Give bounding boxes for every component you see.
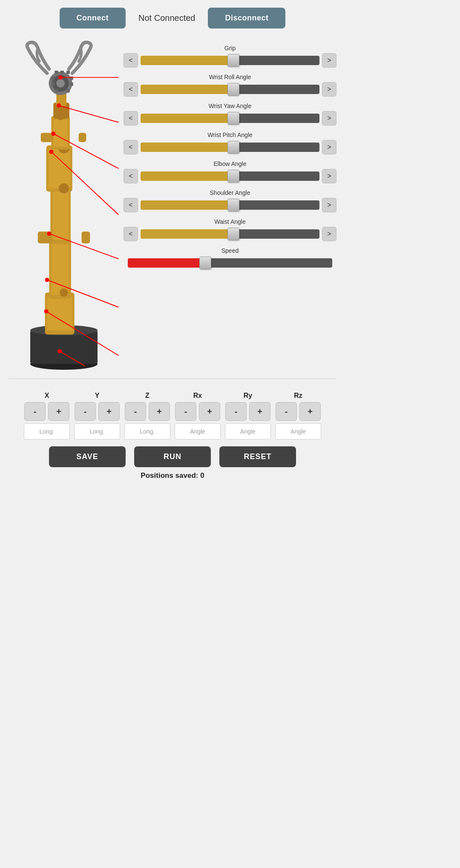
elbow-track-wrapper[interactable] [141, 169, 319, 183]
rz-minus-button[interactable]: - [276, 402, 297, 421]
elbow-decrease-button[interactable]: < [124, 169, 138, 183]
wrist-yaw-track-wrapper[interactable] [141, 111, 319, 126]
svg-rect-18 [53, 120, 68, 147]
svg-rect-28 [55, 71, 58, 74]
shoulder-thumb[interactable] [227, 199, 239, 211]
waist-decrease-button[interactable]: < [124, 227, 138, 241]
disconnect-button[interactable]: Disconnect [208, 8, 285, 29]
shoulder-label: Shoulder Angle [124, 189, 336, 196]
rx-value-display: Angle [175, 423, 221, 440]
svg-rect-33 [66, 89, 70, 93]
x-value-display: Long. [24, 423, 70, 440]
svg-rect-35 [51, 83, 55, 86]
wrist-roll-increase-button[interactable]: > [322, 82, 336, 97]
grip-slider-row: < > [124, 53, 336, 68]
robot-arm-svg [9, 40, 119, 372]
connect-button[interactable]: Connect [60, 8, 126, 29]
wrist-pitch-thumb[interactable] [227, 141, 239, 154]
svg-rect-34 [51, 77, 55, 80]
wrist-pitch-track-wrapper[interactable] [141, 140, 319, 154]
elbow-thumb[interactable] [227, 170, 239, 183]
svg-point-40 [57, 103, 61, 108]
wrist-yaw-increase-button[interactable]: > [322, 111, 336, 126]
axis-controls: X - + Long. Y - + Long. Z - + Long. [9, 392, 336, 440]
axis-buttons-y: - + [75, 402, 120, 421]
wrist-roll-thumb[interactable] [227, 83, 239, 96]
wrist-roll-label: Wrist Roll Angle [124, 74, 336, 80]
wrist-pitch-decrease-button[interactable]: < [124, 140, 138, 154]
axis-buttons-rz: - + [276, 402, 321, 421]
wrist-yaw-decrease-button[interactable]: < [124, 111, 138, 126]
elbow-slider-row: < > [124, 169, 336, 183]
svg-point-44 [49, 150, 53, 154]
svg-point-7 [60, 288, 68, 297]
svg-point-50 [44, 309, 49, 314]
x-minus-button[interactable]: - [24, 402, 46, 421]
svg-rect-19 [41, 133, 53, 142]
svg-point-46 [47, 231, 52, 236]
wrist-roll-slider-row: < > [124, 82, 336, 97]
svg-rect-20 [79, 133, 86, 142]
shoulder-decrease-button[interactable]: < [124, 198, 138, 212]
svg-point-42 [51, 131, 55, 136]
z-minus-button[interactable]: - [125, 402, 146, 421]
elbow-track [141, 171, 319, 181]
ry-plus-button[interactable]: + [249, 402, 270, 421]
axis-group-rz: Rz - + Angle [275, 392, 321, 440]
robot-arm-container [9, 40, 119, 374]
y-plus-button[interactable]: + [98, 402, 120, 421]
speed-thumb[interactable] [199, 257, 211, 269]
rz-plus-button[interactable]: + [299, 402, 321, 421]
rx-plus-button[interactable]: + [199, 402, 220, 421]
axis-buttons-ry: - + [225, 402, 270, 421]
svg-rect-32 [70, 83, 73, 86]
grip-thumb[interactable] [227, 54, 239, 67]
wrist-pitch-slider-row: < > [124, 140, 336, 154]
wrist-roll-slider-group: Wrist Roll Angle < > [124, 74, 336, 97]
axis-label-y: Y [95, 392, 100, 400]
shoulder-track-wrapper[interactable] [141, 198, 319, 212]
axis-group-rx: Rx - + Angle [175, 392, 221, 440]
axis-group-x: X - + Long. [24, 392, 70, 440]
x-plus-button[interactable]: + [48, 402, 69, 421]
waist-track [141, 229, 319, 239]
save-button[interactable]: SAVE [49, 446, 126, 467]
wrist-roll-track-wrapper[interactable] [141, 82, 319, 97]
wrist-pitch-track [141, 143, 319, 152]
speed-track-wrapper[interactable] [128, 256, 332, 270]
ry-minus-button[interactable]: - [225, 402, 247, 421]
elbow-increase-button[interactable]: > [322, 169, 336, 183]
wrist-pitch-label: Wrist Pitch Angle [124, 131, 336, 138]
wrist-yaw-thumb[interactable] [227, 112, 239, 125]
waist-thumb[interactable] [227, 228, 239, 240]
sliders-panel: Grip < > Wrist Roll Angle < [124, 40, 336, 374]
header: Connect Not Connected Disconnect [0, 0, 345, 36]
axis-label-rx: Rx [193, 392, 202, 400]
reset-button[interactable]: RESET [219, 446, 296, 467]
grip-decrease-button[interactable]: < [124, 53, 138, 68]
svg-point-15 [59, 183, 69, 194]
axis-group-ry: Ry - + Angle [225, 392, 271, 440]
wrist-pitch-increase-button[interactable]: > [322, 140, 336, 154]
shoulder-increase-button[interactable]: > [322, 198, 336, 212]
waist-increase-button[interactable]: > [322, 227, 336, 241]
rx-minus-button[interactable]: - [175, 402, 196, 421]
shoulder-slider-row: < > [124, 198, 336, 212]
grip-increase-button[interactable]: > [322, 53, 336, 68]
svg-rect-10 [52, 191, 69, 240]
wrist-yaw-label: Wrist Yaw Angle [124, 103, 336, 109]
waist-slider-row: < > [124, 227, 336, 241]
controls-section: X - + Long. Y - + Long. Z - + Long. [0, 383, 345, 488]
y-minus-button[interactable]: - [75, 402, 96, 421]
grip-track-wrapper[interactable] [141, 53, 319, 68]
wrist-yaw-track [141, 114, 319, 123]
z-plus-button[interactable]: + [149, 402, 170, 421]
wrist-roll-decrease-button[interactable]: < [124, 82, 138, 97]
axis-label-z: Z [145, 392, 150, 400]
axis-label-ry: Ry [244, 392, 252, 400]
wrist-roll-track [141, 85, 319, 94]
section-divider [9, 378, 336, 379]
run-button[interactable]: RUN [134, 446, 211, 467]
svg-rect-36 [55, 89, 58, 93]
waist-track-wrapper[interactable] [141, 227, 319, 241]
